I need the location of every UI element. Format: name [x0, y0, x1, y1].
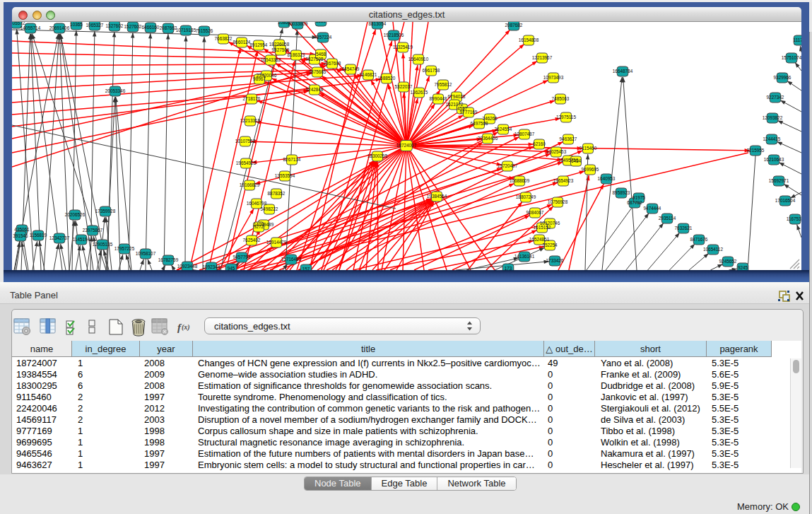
svg-text:9245652: 9245652 [719, 259, 737, 264]
svg-text:16154808: 16154808 [519, 37, 539, 42]
svg-text:8912954: 8912954 [250, 42, 268, 47]
svg-text:7632621: 7632621 [675, 226, 693, 230]
svg-text:23975867: 23975867 [83, 228, 103, 233]
svg-text:10923448: 10923448 [177, 264, 198, 269]
svg-text:20053346: 20053346 [105, 88, 126, 93]
svg-text:16543382: 16543382 [261, 57, 281, 62]
svg-text:2935114: 2935114 [659, 216, 676, 221]
svg-text:12342737: 12342737 [49, 235, 70, 240]
svg-text:1167533: 1167533 [787, 216, 801, 221]
svg-text:5468: 5468 [316, 52, 326, 57]
svg-text:17016504: 17016504 [775, 198, 796, 203]
svg-text:20364436: 20364436 [478, 136, 498, 141]
svg-text:19654923: 19654923 [553, 178, 574, 183]
svg-text:2087682: 2087682 [505, 23, 523, 28]
svg-text:6434: 6434 [571, 158, 582, 163]
svg-text:8186323: 8186323 [288, 52, 305, 57]
svg-text:8471676: 8471676 [690, 237, 708, 242]
svg-text:8454749: 8454749 [342, 66, 360, 71]
svg-text:16046798: 16046798 [247, 201, 267, 206]
svg-text:19654925: 19654925 [236, 160, 257, 165]
svg-text:17359928: 17359928 [95, 209, 116, 214]
svg-text:252254: 252254 [542, 243, 558, 247]
svg-text:8858: 8858 [316, 22, 326, 23]
svg-text:18807249: 18807249 [516, 194, 536, 199]
svg-text:7663822: 7663822 [215, 36, 233, 41]
svg-text:10025453: 10025453 [546, 149, 567, 154]
svg-text:16033809: 16033809 [288, 22, 308, 26]
svg-text:15716485: 15716485 [281, 257, 302, 262]
svg-text:91975: 91975 [632, 195, 645, 200]
svg-text:9827506: 9827506 [272, 47, 290, 52]
svg-text:11174: 11174 [794, 37, 801, 42]
svg-text:18300295: 18300295 [367, 153, 388, 158]
svg-text:10756928: 10756928 [548, 199, 568, 204]
svg-text:1156819: 1156819 [30, 233, 47, 238]
svg-text:7485063: 7485063 [552, 96, 570, 101]
svg-text:18724007: 18724007 [396, 143, 417, 148]
svg-text:20206526: 20206526 [65, 212, 86, 217]
svg-text:1145194: 1145194 [73, 237, 90, 242]
svg-text:9463627: 9463627 [560, 136, 577, 141]
svg-text:8958923: 8958923 [613, 190, 630, 195]
svg-text:1092344: 1092344 [203, 264, 220, 269]
svg-text:435061: 435061 [14, 227, 30, 232]
svg-text:173: 173 [505, 266, 512, 270]
svg-text:16524851: 16524851 [529, 237, 550, 242]
svg-text:15720407: 15720407 [498, 163, 518, 168]
svg-text:2718176: 2718176 [243, 96, 261, 101]
svg-text:15751074: 15751074 [782, 55, 801, 60]
svg-text:98967: 98967 [253, 76, 266, 81]
svg-text:9245: 9245 [738, 265, 748, 270]
svg-text:12093822: 12093822 [763, 115, 783, 120]
svg-text:2367608: 2367608 [324, 61, 341, 66]
svg-text:17957225: 17957225 [114, 246, 135, 251]
svg-text:687792: 687792 [627, 200, 642, 205]
svg-text:8215955: 8215955 [747, 148, 765, 153]
svg-text:9146821: 9146821 [360, 72, 377, 77]
svg-text:9699695: 9699695 [582, 167, 599, 172]
svg-text:9827508: 9827508 [306, 57, 324, 62]
svg-text:62160: 62160 [533, 141, 546, 146]
svg-text:1615152: 1615152 [534, 225, 551, 230]
svg-text:20691406: 20691406 [49, 25, 70, 30]
svg-text:10365: 10365 [70, 22, 83, 27]
svg-text:9777169: 9777169 [460, 110, 478, 115]
svg-text:10688609: 10688609 [510, 178, 530, 183]
svg-text:9242848: 9242848 [306, 87, 324, 92]
svg-text:1588520: 1588520 [378, 76, 396, 81]
svg-text:8878352: 8878352 [268, 191, 286, 196]
svg-text:2087662: 2087662 [160, 25, 177, 30]
svg-text:10958107: 10958107 [136, 251, 156, 256]
svg-text:1327602: 1327602 [106, 23, 124, 28]
svg-text:7515526: 7515526 [196, 28, 213, 33]
svg-text:1244415: 1244415 [763, 136, 781, 141]
svg-text:8660124: 8660124 [233, 40, 251, 45]
svg-text:6497568: 6497568 [471, 121, 488, 126]
svg-text:6794028: 6794028 [448, 94, 466, 99]
svg-text:9084067: 9084067 [526, 210, 544, 215]
svg-text:6961758: 6961758 [423, 68, 440, 73]
svg-text:19166829: 19166829 [240, 182, 260, 187]
svg-text:7625402: 7625402 [243, 238, 261, 243]
svg-text:9457791: 9457791 [233, 255, 251, 259]
svg-text:8813054: 8813054 [369, 22, 387, 26]
svg-text:7955812: 7955812 [435, 82, 452, 87]
svg-text:746266: 746266 [482, 116, 498, 121]
svg-text:157: 157 [302, 267, 310, 270]
svg-text:5322037: 5322037 [395, 84, 413, 89]
svg-text:(x): (x) [182, 323, 190, 332]
svg-text:3624554: 3624554 [495, 127, 512, 132]
svg-text:3875685: 3875685 [309, 69, 326, 74]
svg-text:8990448: 8990448 [430, 96, 447, 101]
svg-text:16648784: 16648784 [613, 69, 633, 74]
svg-text:10973493: 10973493 [543, 75, 564, 80]
svg-text:19218506: 19218506 [384, 33, 404, 37]
svg-text:6466160: 6466160 [142, 25, 160, 30]
svg-text:1640953: 1640953 [598, 176, 616, 181]
svg-text:16210643: 16210643 [764, 157, 784, 162]
svg-text:7357224: 7357224 [314, 35, 332, 40]
svg-text:10807487: 10807487 [514, 132, 535, 136]
svg-text:8267134: 8267134 [283, 157, 301, 162]
svg-text:12213319: 12213319 [240, 118, 261, 123]
